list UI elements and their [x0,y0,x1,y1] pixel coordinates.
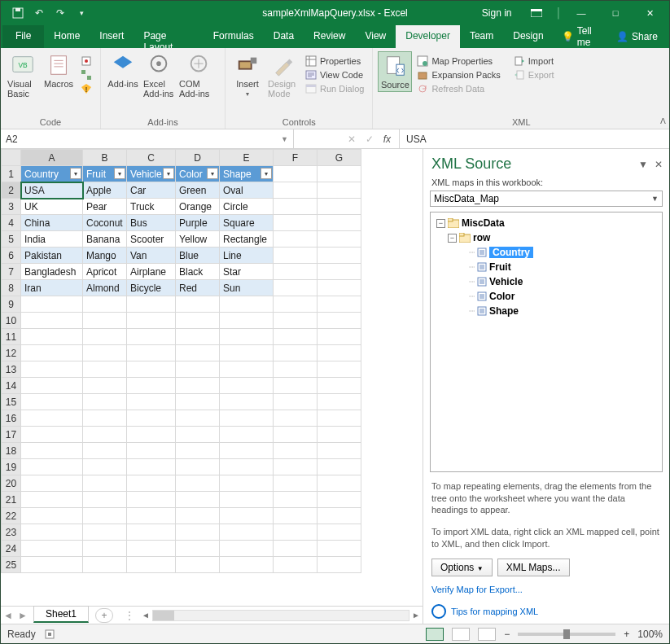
cell[interactable] [274,329,317,345]
filter-icon[interactable]: ▾ [261,168,272,179]
cell[interactable]: Sun [220,280,274,296]
cell[interactable]: USA [21,182,83,199]
tab-developer[interactable]: Developer [396,25,460,48]
cell[interactable] [176,361,220,378]
cell[interactable]: Shape▾ [220,166,274,182]
cell[interactable] [176,475,220,492]
cell[interactable]: Yellow [176,231,220,248]
cell[interactable]: Almond [83,280,127,296]
tab-formulas[interactable]: Formulas [204,25,264,48]
cell[interactable] [83,508,127,524]
cell[interactable] [127,459,176,475]
cell[interactable]: Red [176,280,220,296]
cell[interactable] [127,475,176,492]
cell[interactable] [21,394,83,410]
cell[interactable] [317,313,361,329]
cell[interactable] [176,443,220,459]
cell[interactable] [127,410,176,427]
sheet-nav-next-icon[interactable]: ► [15,610,30,621]
maximize-icon[interactable]: □ [599,3,632,23]
row-header[interactable]: 14 [2,378,21,394]
export-button[interactable]: Export [510,68,558,81]
cell[interactable] [127,329,176,345]
row-header[interactable]: 5 [2,231,21,248]
tell-me[interactable]: 💡Tell me [554,22,605,51]
cell[interactable] [83,443,127,459]
cell[interactable] [317,508,361,524]
excel-addins-button[interactable]: Excel Add-ins [142,51,176,100]
cell[interactable] [83,394,127,410]
cell[interactable]: Orange [176,199,220,215]
add-sheet-button[interactable]: + [95,608,113,623]
cell[interactable] [274,361,317,378]
cell[interactable] [220,296,274,313]
properties-button[interactable]: Properties [302,55,367,68]
zoom-out-button[interactable]: − [504,629,510,640]
cell[interactable] [21,329,83,345]
cell[interactable] [317,296,361,313]
cell[interactable] [274,378,317,394]
minimize-icon[interactable]: — [565,3,598,23]
cell[interactable]: Blue [176,248,220,264]
pane-close-icon[interactable]: ✕ [655,159,663,170]
cell[interactable] [220,329,274,345]
cell[interactable] [127,508,176,524]
formula-bar[interactable]: USA [400,129,669,148]
cell[interactable] [220,345,274,361]
cell[interactable] [274,182,317,199]
cell[interactable] [274,166,317,182]
cell[interactable] [127,427,176,443]
horizontal-scrollbar[interactable]: ⋮ ◄► [125,610,423,621]
cell[interactable]: Purple [176,215,220,231]
filter-icon[interactable]: ▾ [114,168,125,179]
tree-node[interactable]: ┈ Shape [434,304,659,318]
cell[interactable] [21,443,83,459]
tree-node[interactable]: ┈ Fruit [434,260,659,274]
row-header[interactable]: 11 [2,329,21,345]
cell[interactable] [127,443,176,459]
name-box[interactable]: A2▼ [1,129,294,148]
cell[interactable] [274,410,317,427]
cell[interactable] [317,345,361,361]
cell[interactable] [317,215,361,231]
cell[interactable] [317,557,361,573]
cell[interactable] [83,313,127,329]
cell[interactable] [220,410,274,427]
cell[interactable] [317,475,361,492]
cell[interactable] [220,443,274,459]
zoom-slider[interactable] [518,633,615,636]
cell[interactable] [127,378,176,394]
cell[interactable] [176,313,220,329]
tips-link[interactable]: Tips for mapping XML [423,599,669,624]
cell[interactable] [127,524,176,541]
cell[interactable] [127,313,176,329]
cell[interactable] [83,296,127,313]
cell[interactable] [274,541,317,557]
cell[interactable]: India [21,231,83,248]
cell[interactable] [220,394,274,410]
cell[interactable] [21,492,83,508]
cell[interactable] [274,248,317,264]
cell[interactable] [220,378,274,394]
cell[interactable] [274,508,317,524]
cell[interactable] [176,541,220,557]
cell[interactable] [83,378,127,394]
cell[interactable] [274,231,317,248]
cell[interactable] [176,394,220,410]
cell[interactable] [317,443,361,459]
cell[interactable] [21,541,83,557]
cell[interactable] [220,427,274,443]
cell[interactable] [83,475,127,492]
cell[interactable] [127,394,176,410]
cell[interactable] [83,524,127,541]
cell[interactable] [220,524,274,541]
cell[interactable]: China [21,215,83,231]
expansion-packs-button[interactable]: Expansion Packs [414,68,503,81]
tab-insert[interactable]: Insert [90,25,134,48]
cell[interactable] [274,557,317,573]
cell[interactable] [176,557,220,573]
cell[interactable] [317,231,361,248]
sheet-tab[interactable]: Sheet1 [33,606,89,623]
cell[interactable] [21,345,83,361]
qat-customize-icon[interactable]: ▾ [72,4,90,22]
